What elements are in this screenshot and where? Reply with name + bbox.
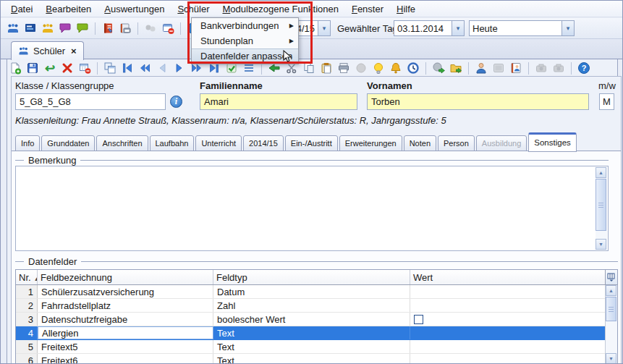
grid-remove-icon[interactable]	[77, 61, 93, 75]
firstname-input[interactable]: Torben	[367, 93, 589, 110]
menu-auswertungen[interactable]: Auswertungen	[98, 1, 171, 17]
day-mode-combobox[interactable]: Heute ▾	[469, 20, 575, 36]
nav-next-icon[interactable]	[171, 61, 187, 75]
menu-bearbeiten[interactable]: Bearbeiten	[39, 1, 98, 17]
module-functions-menu: Bankverbindungen ▶ Stundenplan ▶ Datenfe…	[191, 17, 299, 64]
student-file-icon[interactable]	[508, 61, 524, 75]
folder-export-icon[interactable]	[448, 61, 464, 75]
tab-ein-austritt[interactable]: Ein-/Austritt	[285, 135, 338, 151]
classes-icon[interactable]	[22, 21, 38, 35]
surname-label: Familienname	[200, 80, 263, 91]
menuitem-bankverbindungen[interactable]: Bankverbindungen ▶	[192, 18, 298, 33]
delete-icon[interactable]	[59, 61, 75, 75]
bemerkung-textarea[interactable]: ▲ ▼	[15, 166, 609, 251]
column-header-nr[interactable]: Nr.▲	[16, 270, 38, 284]
tab-unterricht[interactable]: Unterricht	[195, 135, 242, 151]
toolbar-separator	[95, 22, 96, 35]
chevron-down-icon[interactable]: ▾	[452, 21, 464, 35]
bemerkung-group-header: Bemerkung	[15, 155, 609, 166]
web-export-icon[interactable]	[431, 61, 446, 75]
scrollbar-thumb[interactable]	[596, 179, 606, 231]
reminder-bell-icon[interactable]	[388, 61, 404, 75]
checkbox-unchecked[interactable]	[414, 315, 423, 324]
scroll-up-icon[interactable]: ▲	[596, 167, 606, 178]
cell-feldbezeichnung: Freitext5	[38, 340, 213, 353]
print-icon[interactable]	[336, 61, 352, 75]
new-record-icon[interactable]	[7, 61, 23, 75]
undo-icon[interactable]: ↩	[42, 61, 58, 75]
table-row[interactable]: 2 Fahrradstellplatz Zahl	[16, 299, 617, 313]
tab-grunddaten[interactable]: Grunddaten	[41, 135, 95, 151]
class-info-icon[interactable]: i	[170, 96, 182, 108]
table-row[interactable]: 6 Freitext6 Text	[16, 354, 617, 364]
column-header-wert[interactable]: Wert	[410, 270, 606, 284]
hint-bulb-icon[interactable]	[370, 61, 386, 75]
menu-datei[interactable]: Datei	[4, 1, 39, 17]
paste-icon[interactable]	[318, 61, 334, 75]
application-window: Datei Bearbeiten Auswertungen Schüler Mo…	[0, 0, 623, 364]
tab-erweiterungen[interactable]: Erweiterungen	[339, 135, 402, 151]
table-row[interactable]: 3 Datenschutzfreigabe boolescher Wert	[16, 313, 617, 326]
record-toolbar: ↩ ?	[7, 60, 617, 76]
menu-fenster[interactable]: Fenster	[345, 1, 390, 17]
tab-sonstiges[interactable]: Sonstiges	[528, 132, 577, 152]
help-icon[interactable]: ?	[576, 61, 592, 75]
class-input[interactable]: 5_G8_5_G8	[15, 93, 166, 110]
menu-schueler[interactable]: Schüler	[171, 1, 216, 17]
table-row[interactable]: 1 Schülerzusatzversicherung Datum	[16, 285, 617, 299]
column-chooser-button[interactable]	[605, 270, 617, 285]
table-row[interactable]: 5 Freitext5 Text	[16, 340, 617, 354]
menu-hilfe[interactable]: Hilfe	[390, 1, 422, 17]
camera-2-icon[interactable]	[551, 61, 567, 75]
tab-label: Schüler	[33, 46, 65, 56]
scrollbar-thumb[interactable]	[606, 297, 616, 321]
scroll-down-icon[interactable]: ▼	[606, 353, 616, 364]
record-gray-icon[interactable]	[353, 61, 369, 75]
camera-1-icon[interactable]	[533, 61, 549, 75]
tab-schueler[interactable]: Schüler ×	[11, 41, 84, 60]
copy-icon[interactable]	[301, 61, 317, 75]
table-row-selected[interactable]: 4 Allergien Text	[16, 326, 617, 340]
toolbar-separator	[137, 22, 138, 35]
bemerkung-scrollbar[interactable]: ▲ ▼	[596, 167, 607, 250]
hands-icon[interactable]	[143, 21, 158, 35]
surname-input[interactable]: Amari	[200, 93, 357, 110]
cell-feldbezeichnung-editing[interactable]: Allergien	[38, 326, 213, 339]
column-header-feldbezeichnung[interactable]: Feldbezeichnung	[38, 270, 213, 284]
student-photo-icon[interactable]	[473, 61, 489, 75]
persons-icon[interactable]	[40, 21, 56, 35]
tab-person[interactable]: Person	[438, 135, 475, 151]
tab-2014-15[interactable]: 2014/15	[243, 135, 284, 151]
students-icon[interactable]	[5, 21, 21, 35]
chevron-down-icon[interactable]: ▾	[561, 21, 574, 35]
scroll-down-icon[interactable]: ▼	[596, 239, 606, 250]
cell-feldbezeichnung: Fahrradstellplatz	[38, 299, 213, 312]
save-icon[interactable]	[25, 61, 41, 75]
comment-purple-icon[interactable]	[57, 21, 73, 35]
close-icon[interactable]: ×	[71, 46, 77, 56]
copy-grid-icon[interactable]	[102, 61, 118, 75]
cell-nr: 3	[16, 313, 38, 326]
chevron-down-icon[interactable]: ▾	[318, 21, 330, 35]
nav-prev-icon[interactable]	[154, 61, 170, 75]
tab-info[interactable]: Info	[15, 135, 40, 151]
comment-green-icon[interactable]	[75, 21, 90, 35]
table-scrollbar[interactable]: ▲ ▼	[605, 285, 617, 364]
nav-prev-fast-icon[interactable]	[137, 61, 153, 75]
menuitem-stundenplan[interactable]: Stundenplan ▶	[192, 33, 298, 48]
catalog-print-icon[interactable]	[117, 21, 133, 35]
selected-day-combobox[interactable]: 03.11.2014 ▾	[394, 20, 465, 36]
tab-noten[interactable]: Noten	[404, 135, 436, 151]
tab-anschriften[interactable]: Anschriften	[96, 135, 148, 151]
menuitem-datenfelder-anpassen[interactable]: Datenfelder anpassen	[192, 48, 298, 64]
tab-laufbahn[interactable]: Laufbahn	[150, 135, 195, 151]
scroll-up-icon[interactable]: ▲	[606, 285, 616, 296]
column-header-feldtyp[interactable]: Feldtyp	[213, 270, 410, 284]
sex-value-box[interactable]: M	[599, 93, 614, 110]
photo-card-icon[interactable]	[491, 61, 507, 75]
catalog-red-icon[interactable]	[100, 21, 116, 35]
menu-modulbezogene-funktionen[interactable]: Modulbezogene Funktionen	[216, 1, 344, 17]
nav-first-icon[interactable]	[119, 61, 135, 75]
alarm-clock-icon[interactable]	[405, 61, 421, 75]
window-remove-icon[interactable]	[160, 21, 176, 35]
